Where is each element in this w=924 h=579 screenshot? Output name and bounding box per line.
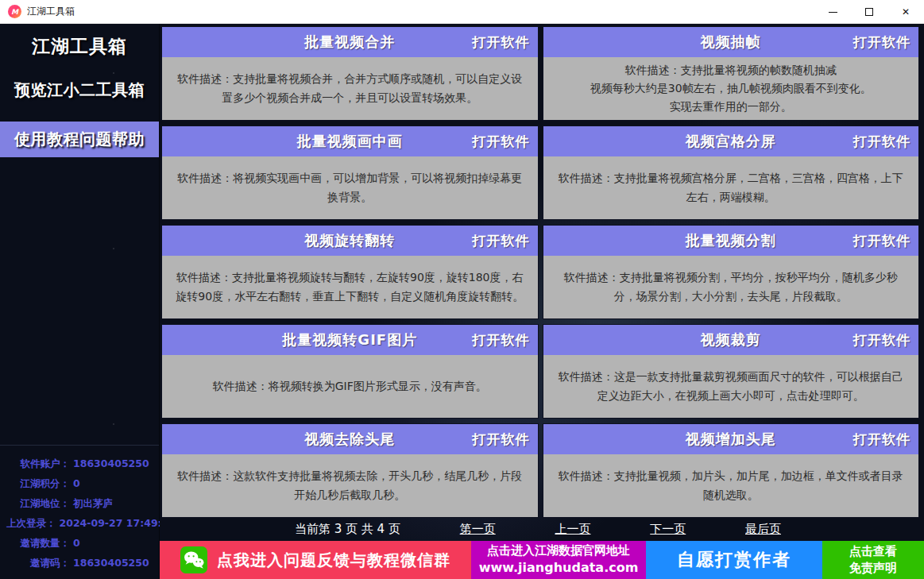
app-window: M 江湖工具箱 ✕ 江湖工具箱 预览江小二工具箱 使用教程问题帮助 软件账户： …	[0, 0, 924, 579]
tool-description: 软件描述：这是一款支持批量裁剪视频画面尺寸的软件，可以根据自己定义边距大小，在视…	[555, 368, 908, 404]
disclaimer-label-line2: 免责声明	[849, 560, 897, 577]
tool-card-body: 软件描述：支持批量视频，加片头，加片尾，加边框，单文件或者目录随机选取。	[543, 454, 919, 517]
sidebar-menu-item[interactable]: 使用教程问题帮助	[0, 122, 159, 157]
pagination-link-last[interactable]: 最后页	[745, 522, 781, 537]
tool-card: 视频宫格分屏 打开软件 软件描述：支持批量将视频宫格分屏，二宫格，三宫格，四宫格…	[543, 125, 920, 220]
tool-card-header: 视频裁剪 打开软件	[543, 325, 919, 355]
wechat-group-button[interactable]: 点我进入问题反馈与教程微信群	[160, 541, 471, 579]
account-value: 18630405250	[70, 454, 153, 473]
website-button[interactable]: 点击进入江湖数据官网地址 www.jianghudata.com	[471, 541, 646, 579]
donate-button[interactable]: 自愿打赏作者	[646, 541, 822, 579]
website-label-line1: 点击进入江湖数据官网地址	[487, 542, 630, 559]
wechat-icon	[180, 546, 207, 573]
tool-card-header: 批量视频画中画 打开软件	[162, 126, 538, 156]
maximize-button[interactable]	[851, 0, 887, 24]
account-value: 2024-09-27 17:49:29	[56, 513, 176, 533]
tool-description: 软件描述：支持批量将视频旋转与翻转，左旋转90度，旋转180度，右旋转90度，水…	[173, 268, 527, 305]
tool-card: 批量视频转GIF图片 打开软件 软件描述：将视频转换为GIF图片形式显示，没有声…	[161, 324, 539, 419]
open-software-button[interactable]: 打开软件	[853, 27, 910, 57]
app-icon: M	[8, 5, 21, 18]
tool-card-body: 软件描述：这是一款支持批量裁剪视频画面尺寸的软件，可以根据自己定义边距大小，在视…	[543, 355, 919, 418]
tool-title: 视频裁剪	[701, 330, 761, 349]
tool-card: 批量视频分割 打开软件 软件描述：支持批量将视频分割，平均分，按秒平均分，随机多…	[543, 225, 920, 319]
card-grid: 批量视频合并 打开软件 软件描述：支持批量将视频合并，合并方式顺序或随机，可以自…	[160, 24, 924, 518]
tool-card: 视频增加头尾 打开软件 软件描述：支持批量视频，加片头，加片尾，加边框，单文件或…	[543, 423, 920, 518]
website-url: www.jianghudata.com	[479, 559, 639, 577]
sidebar-menu-item[interactable]: 预览江小二工具箱	[0, 72, 159, 108]
open-software-button[interactable]: 打开软件	[853, 325, 910, 355]
account-row: 邀请数量： 0	[6, 533, 153, 553]
tool-description: 软件描述：支持批量将视频合并，合并方式顺序或随机，可以自定义设置多少个视频合并成…	[173, 70, 527, 106]
open-software-button[interactable]: 打开软件	[473, 126, 530, 156]
tool-card: 批量视频合并 打开软件 软件描述：支持批量将视频合并，合并方式顺序或随机，可以自…	[161, 26, 539, 121]
tool-card-header: 批量视频转GIF图片 打开软件	[162, 325, 538, 355]
tool-card: 视频旋转翻转 打开软件 软件描述：支持批量将视频旋转与翻转，左旋转90度，旋转1…	[161, 225, 539, 319]
tool-card-header: 视频宫格分屏 打开软件	[543, 126, 919, 156]
sidebar: 江湖工具箱 预览江小二工具箱 使用教程问题帮助 软件账户： 1863040525…	[0, 24, 160, 579]
account-label: 江湖积分：	[6, 473, 70, 493]
account-label: 邀请数量：	[6, 533, 70, 553]
pagination-link-next[interactable]: 下一页	[650, 522, 686, 537]
tool-card: 批量视频画中画 打开软件 软件描述：将视频实现画中画，可以增加背景，可以将视频扣…	[161, 125, 539, 220]
tool-description: 软件描述：支持批量将视频的帧数随机抽减 视频每秒大约是30帧左右，抽几帧视频肉眼…	[590, 61, 872, 116]
tool-description: 软件描述：支持批量视频，加片头，加片尾，加边框，单文件或者目录随机选取。	[555, 467, 908, 504]
tool-title: 批量视频转GIF图片	[282, 330, 417, 349]
tool-title: 批量视频合并	[304, 33, 395, 52]
open-software-button[interactable]: 打开软件	[853, 226, 910, 256]
pagination-status: 当前第 3 页 共 4 页	[295, 522, 400, 537]
tool-title: 批量视频分割	[686, 231, 776, 250]
account-value: 18630405250	[70, 553, 153, 573]
open-software-button[interactable]: 打开软件	[853, 424, 910, 454]
account-row: 软件账户： 18630405250	[6, 454, 153, 473]
close-button[interactable]: ✕	[887, 0, 924, 24]
tool-card-header: 批量视频合并 打开软件	[162, 27, 538, 57]
open-software-button[interactable]: 打开软件	[473, 226, 530, 256]
tool-card-body: 软件描述：支持批量将视频宫格分屏，二宫格，三宫格，四宫格，上下左右，两端模糊。	[543, 156, 919, 219]
pagination-bar: 当前第 3 页 共 4 页 第一页 上一页 下一页 最后页	[160, 518, 924, 541]
tool-card-body: 软件描述：支持批量将视频旋转与翻转，左旋转90度，旋转180度，右旋转90度，水…	[162, 256, 538, 318]
tool-card-header: 视频旋转翻转 打开软件	[162, 226, 538, 256]
account-info-panel: 软件账户： 18630405250 江湖积分： 0 江湖地位： 初出茅庐 上次登…	[0, 445, 159, 579]
tool-card-body: 软件描述：支持批量将视频分割，平均分，按秒平均分，随机多少秒分，场景分割，大小分…	[543, 256, 919, 318]
account-label: 软件账户：	[6, 454, 70, 473]
tool-card: 视频裁剪 打开软件 软件描述：这是一款支持批量裁剪视频画面尺寸的软件，可以根据自…	[543, 324, 920, 419]
titlebar: M 江湖工具箱 ✕	[0, 0, 924, 24]
window-controls: ✕	[814, 0, 924, 24]
tool-card-header: 批量视频分割 打开软件	[543, 226, 919, 256]
open-software-button[interactable]: 打开软件	[473, 325, 530, 355]
pagination-link-prev[interactable]: 上一页	[555, 522, 590, 537]
minimize-icon	[829, 12, 837, 13]
tool-description: 软件描述：将视频转换为GIF图片形式显示，没有声音。	[213, 377, 487, 396]
account-value: 初出茅庐	[70, 493, 153, 513]
donate-label: 自愿打赏作者	[677, 548, 791, 572]
tool-card-header: 视频抽帧 打开软件	[543, 27, 919, 57]
tool-title: 视频旋转翻转	[304, 231, 395, 250]
account-row: 江湖地位： 初出茅庐	[6, 493, 153, 513]
tool-title: 批量视频画中画	[297, 132, 403, 151]
pagination-link-first[interactable]: 第一页	[460, 522, 496, 537]
tool-description: 软件描述：将视频实现画中画，可以增加背景，可以将视频扣掉绿幕更换背景。	[173, 169, 527, 206]
tool-card-body: 软件描述：支持批量将视频的帧数随机抽减 视频每秒大约是30帧左右，抽几帧视频肉眼…	[543, 57, 919, 120]
account-label: 上次登录：	[6, 513, 56, 533]
footer-bar: 点我进入问题反馈与教程微信群 点击进入江湖数据官网地址 www.jianghud…	[160, 541, 924, 579]
tool-card-body: 软件描述：这款软件支持批量将视频去除，开头几秒，结尾几秒，片段开始几秒后截取几秒…	[162, 454, 538, 517]
wechat-group-label: 点我进入问题反馈与教程微信群	[217, 550, 450, 571]
tool-card-body: 软件描述：将视频转换为GIF图片形式显示，没有声音。	[162, 355, 538, 418]
sidebar-title: 江湖工具箱	[0, 34, 159, 59]
open-software-button[interactable]: 打开软件	[853, 126, 910, 156]
tool-title: 视频宫格分屏	[686, 132, 776, 151]
maximize-icon	[865, 8, 873, 16]
main-area: 批量视频合并 打开软件 软件描述：支持批量将视频合并，合并方式顺序或随机，可以自…	[160, 24, 924, 579]
window-title: 江湖工具箱	[27, 5, 75, 18]
open-software-button[interactable]: 打开软件	[473, 424, 530, 454]
account-row: 上次登录： 2024-09-27 17:49:29	[6, 513, 153, 533]
tool-card-header: 视频增加头尾 打开软件	[543, 424, 919, 454]
sidebar-menu: 预览江小二工具箱 使用教程问题帮助	[0, 59, 159, 157]
open-software-button[interactable]: 打开软件	[473, 27, 530, 57]
account-label: 邀请码：	[6, 553, 70, 573]
tool-title: 视频增加头尾	[686, 430, 776, 449]
disclaimer-button[interactable]: 点击查看 免责声明	[822, 541, 924, 579]
tool-card: 视频去除头尾 打开软件 软件描述：这款软件支持批量将视频去除，开头几秒，结尾几秒…	[161, 423, 539, 518]
tool-description: 软件描述：支持批量将视频宫格分屏，二宫格，三宫格，四宫格，上下左右，两端模糊。	[555, 169, 908, 206]
minimize-button[interactable]	[814, 0, 851, 24]
